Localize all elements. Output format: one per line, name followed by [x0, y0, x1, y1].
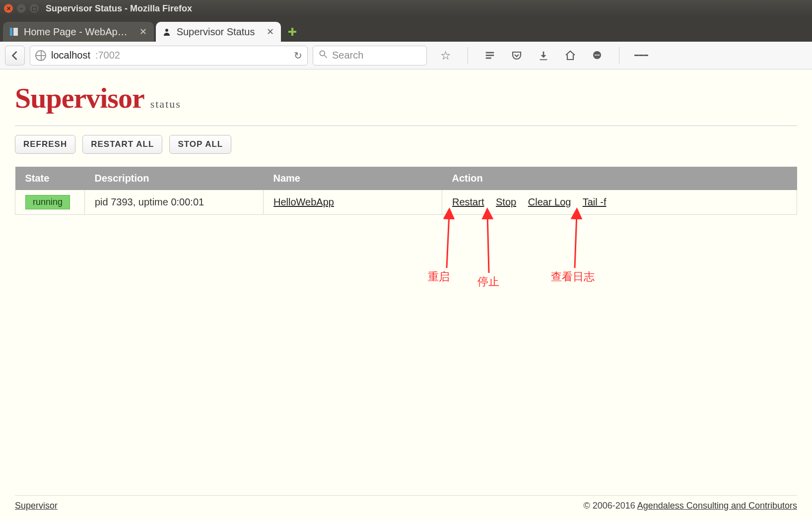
- search-icon: [318, 49, 328, 62]
- brand-name: Supervisor: [15, 81, 144, 115]
- window-controls: ✕ – ▢: [4, 4, 39, 13]
- reader-icon[interactable]: [483, 49, 497, 63]
- tab-close-icon[interactable]: ✕: [267, 26, 274, 37]
- page-favicon-icon: [9, 27, 19, 37]
- browser-navbar: localhost:7002 ↻ Search ☆: [0, 42, 812, 69]
- downloads-icon[interactable]: [537, 49, 550, 63]
- col-name: Name: [264, 167, 442, 190]
- refresh-button[interactable]: REFRESH: [15, 135, 75, 154]
- browser-tabstrip: Home Page - WebAp… ✕ Supervisor Status ✕: [0, 17, 812, 42]
- process-name-link[interactable]: HelloWebApp: [273, 196, 334, 207]
- search-box[interactable]: Search: [313, 46, 427, 65]
- window-titlebar: ✕ – ▢ Supervisor Status - Mozilla Firefo…: [0, 0, 812, 17]
- page-content: Supervisor status REFRESH RESTART ALL ST…: [0, 69, 812, 519]
- annot-tailf: 查看日志: [551, 270, 595, 283]
- cell-description: pid 7393, uptime 0:00:01: [85, 190, 264, 215]
- search-placeholder: Search: [332, 50, 363, 61]
- window-title: Supervisor Status - Mozilla Firefox: [46, 3, 192, 14]
- footer-copyright-text: © 2006-2016: [583, 501, 637, 511]
- footer-agendaless-link[interactable]: Agendaless Consulting and Contributors: [637, 501, 797, 511]
- globe-icon: [35, 50, 46, 61]
- tailf-link[interactable]: Tail -f: [583, 196, 607, 207]
- supervisor-favicon-icon: [162, 27, 172, 37]
- address-bar[interactable]: localhost:7002 ↻: [30, 46, 308, 65]
- restart-link[interactable]: Restart: [452, 196, 484, 207]
- svg-rect-10: [540, 59, 547, 60]
- process-table: State Description Name Action running pi…: [15, 167, 797, 215]
- svg-line-16: [487, 213, 489, 273]
- svg-rect-8: [486, 55, 494, 56]
- chat-icon[interactable]: [590, 49, 604, 63]
- svg-rect-0: [10, 28, 12, 36]
- svg-line-17: [575, 213, 577, 268]
- col-action: Action: [442, 167, 797, 190]
- svg-point-12: [595, 54, 596, 56]
- tab-active[interactable]: Supervisor Status ✕: [156, 22, 281, 42]
- home-icon[interactable]: [563, 49, 577, 63]
- restart-all-button[interactable]: RESTART ALL: [82, 135, 162, 154]
- annot-restart: 重启: [428, 270, 450, 283]
- tab-inactive[interactable]: Home Page - WebAp… ✕: [3, 22, 154, 42]
- svg-rect-7: [486, 52, 494, 53]
- divider: [15, 126, 797, 126]
- table-row: running pid 7393, uptime 0:00:01 HelloWe…: [15, 190, 797, 215]
- svg-line-15: [447, 213, 449, 268]
- svg-point-14: [598, 54, 600, 56]
- cell-name: HelloWebApp: [264, 190, 442, 215]
- annot-stop: 停止: [477, 275, 499, 288]
- stop-all-button[interactable]: STOP ALL: [169, 135, 231, 154]
- svg-rect-4: [288, 31, 296, 33]
- footer-supervisor-link[interactable]: Supervisor: [15, 501, 58, 511]
- stop-link[interactable]: Stop: [496, 196, 516, 207]
- menu-icon[interactable]: [634, 49, 648, 63]
- window-close-button[interactable]: ✕: [4, 4, 13, 13]
- cell-actions: Restart Stop Clear Log Tail -f: [442, 190, 797, 215]
- page-footer: Supervisor © 2006-2016 Agendaless Consul…: [15, 495, 797, 511]
- new-tab-button[interactable]: [286, 25, 299, 38]
- brand: Supervisor status: [15, 81, 797, 115]
- tab-label: Supervisor Status: [177, 26, 255, 38]
- toolbar-icons: ☆: [439, 47, 648, 64]
- bookmark-star-icon[interactable]: ☆: [439, 49, 453, 63]
- pocket-icon[interactable]: [510, 49, 524, 63]
- col-description: Description: [85, 167, 264, 190]
- state-badge: running: [25, 195, 70, 209]
- svg-point-5: [320, 51, 325, 56]
- svg-point-13: [597, 54, 598, 56]
- svg-point-2: [165, 29, 168, 32]
- window-minimize-button[interactable]: –: [17, 4, 26, 13]
- back-button[interactable]: [5, 46, 25, 65]
- svg-line-6: [325, 56, 327, 58]
- col-state: State: [15, 167, 85, 190]
- svg-rect-9: [486, 57, 491, 59]
- clearlog-link[interactable]: Clear Log: [528, 196, 571, 207]
- tab-close-icon[interactable]: ✕: [139, 26, 147, 37]
- tab-label: Home Page - WebAp…: [24, 26, 128, 38]
- window-maximize-button[interactable]: ▢: [30, 4, 39, 13]
- reload-icon[interactable]: ↻: [294, 50, 302, 62]
- url-host: localhost: [51, 50, 90, 61]
- separator: [468, 47, 468, 64]
- footer-copyright: © 2006-2016 Agendaless Consulting and Co…: [583, 501, 797, 511]
- url-port: :7002: [95, 50, 120, 61]
- separator: [619, 47, 619, 64]
- brand-subtitle: status: [150, 98, 181, 111]
- cell-state: running: [15, 190, 85, 215]
- svg-rect-1: [13, 28, 18, 36]
- action-buttons: REFRESH RESTART ALL STOP ALL: [15, 135, 797, 154]
